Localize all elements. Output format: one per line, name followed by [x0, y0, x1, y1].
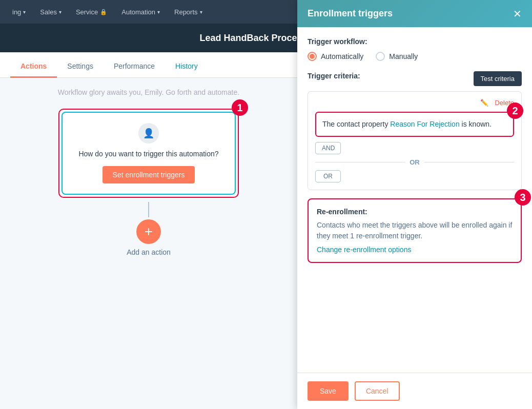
tab-history[interactable]: History [165, 56, 208, 78]
nav-item-ing[interactable]: ing ▾ [5, 0, 33, 24]
auto-radio-inner [310, 54, 315, 59]
re-enrollment-section: Re-enrollment: Contacts who meet the tri… [308, 198, 522, 263]
test-criteria-button[interactable]: Test criteria [474, 71, 522, 86]
condition-link1[interactable]: Reason For Rejection [390, 120, 459, 128]
condition-suffix: is known. [462, 120, 492, 128]
nav-item-service[interactable]: Service 🔒 [69, 0, 114, 24]
panel-footer: Save Cancel [297, 373, 532, 409]
trigger-card: 👤 How do you want to trigger this automa… [62, 112, 236, 195]
cancel-button[interactable]: Cancel [355, 381, 400, 401]
person-icon: 👤 [143, 128, 154, 139]
tab-settings[interactable]: Settings [57, 56, 104, 78]
trigger-workflow-label: Trigger workflow: [308, 37, 522, 46]
auto-radio-option[interactable]: Automatically [308, 52, 363, 61]
criteria-box: ✏️ Delete The contact property Reason Fo… [308, 91, 522, 190]
trigger-question: How do you want to trigger this automati… [78, 150, 218, 158]
subtitle: Workflow glory awaits you, Emily. Go for… [58, 88, 239, 96]
logic-section: AND [315, 142, 514, 154]
criteria-top-actions: ✏️ Delete [315, 99, 514, 107]
chevron-icon: ▾ [200, 9, 202, 15]
manually-radio-label: Manually [389, 52, 418, 60]
nav-label-sales: Sales [40, 8, 57, 16]
re-enrollment-title: Re-enrollment: [317, 208, 513, 216]
edit-icon[interactable]: ✏️ [480, 99, 488, 107]
panel-body: Trigger workflow: Automatically Manually… [297, 27, 532, 373]
or-divider-label: OR [410, 158, 420, 166]
plus-icon: + [145, 224, 153, 239]
annotation-1: 1 [232, 99, 248, 116]
or-button[interactable]: OR [315, 170, 341, 182]
nav-label-automation: Automation [121, 8, 155, 16]
criteria-text: The contact property Reason For Rejectio… [322, 120, 492, 128]
save-button[interactable]: Save [308, 381, 349, 401]
auto-radio-label: Automatically [321, 52, 363, 60]
nav-label-ing: ing [12, 8, 21, 16]
manually-radio-circle[interactable] [376, 52, 385, 61]
or-line-left [315, 162, 405, 162]
panel-title: Enrollment triggers [308, 8, 393, 19]
or-divider: OR [315, 158, 514, 166]
right-panel: Enrollment triggers ✕ Trigger workflow: … [297, 0, 532, 409]
lock-icon: 🔒 [100, 9, 107, 15]
chevron-icon: ▾ [157, 9, 160, 15]
criteria-header: Trigger criteria: Test criteria [308, 71, 522, 86]
add-action-button[interactable]: + [136, 219, 161, 244]
annotation-2: 2 [507, 103, 523, 119]
nav-item-reports[interactable]: Reports ▾ [167, 0, 210, 24]
manually-radio-option[interactable]: Manually [376, 52, 418, 61]
nav-label-service: Service [76, 8, 98, 16]
radio-group: Automatically Manually [308, 52, 522, 61]
or-line-right [424, 162, 514, 162]
tab-actions[interactable]: Actions [10, 56, 57, 78]
nav-label-reports: Reports [174, 8, 198, 16]
panel-header: Enrollment triggers ✕ [297, 0, 532, 27]
chevron-icon: ▾ [23, 9, 26, 15]
tab-performance[interactable]: Performance [104, 56, 165, 78]
criteria-label: Trigger criteria: [308, 72, 360, 80]
re-enrollment-text: Contacts who meet the triggers above wil… [317, 220, 513, 241]
add-action-section: + Add an action [127, 219, 171, 256]
main-content: Workflow glory awaits you, Emily. Go for… [0, 78, 297, 409]
auto-radio-circle[interactable] [308, 52, 317, 61]
trigger-outline: 👤 How do you want to trigger this automa… [58, 109, 239, 198]
condition-wrapper: The contact property Reason For Rejectio… [315, 112, 514, 137]
condition-prefix: The contact property [322, 120, 388, 128]
set-enrollment-triggers-button[interactable]: Set enrollment triggers [103, 166, 195, 183]
trigger-card-wrapper: 👤 How do you want to trigger this automa… [58, 109, 239, 198]
close-button[interactable]: ✕ [513, 9, 522, 19]
re-enrollment-wrapper: Re-enrollment: Contacts who meet the tri… [308, 198, 522, 263]
connector-line [148, 202, 149, 217]
criteria-condition: The contact property Reason For Rejectio… [315, 112, 514, 137]
annotation-3: 3 [515, 189, 531, 206]
nav-item-automation[interactable]: Automation ▾ [114, 0, 167, 24]
nav-item-sales[interactable]: Sales ▾ [33, 0, 69, 24]
and-button[interactable]: AND [315, 142, 341, 154]
chevron-icon: ▾ [59, 9, 62, 15]
avatar: 👤 [138, 123, 159, 144]
add-action-label: Add an action [127, 248, 171, 256]
change-re-enrollment-link[interactable]: Change re-enrollment options [317, 246, 411, 254]
